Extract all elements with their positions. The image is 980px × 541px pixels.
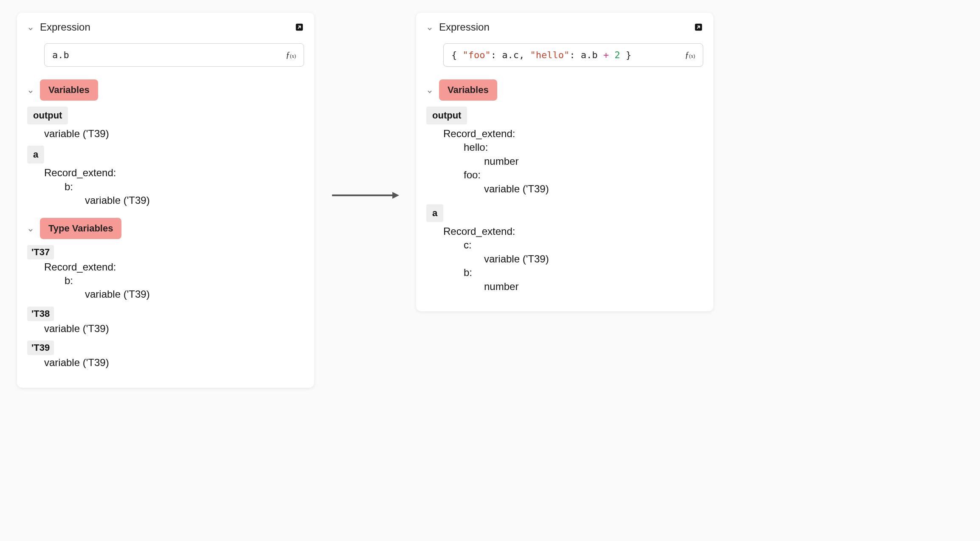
type-variable-name[interactable]: 'T39 <box>27 341 54 355</box>
token-space <box>609 50 614 60</box>
expand-icon[interactable] <box>694 23 703 32</box>
token-colon: : <box>569 50 581 60</box>
variables-section-header: Variables <box>426 79 703 101</box>
token-brace-open: { <box>451 50 463 60</box>
token-brace-close: } <box>620 50 631 60</box>
token-string-foo: "foo" <box>463 50 491 60</box>
type-variable-t38: 'T38 variable ('T39) <box>27 307 304 335</box>
expression-input[interactable]: { "foo": a.c, "hello": a.b + 2 } ƒ(x) <box>443 43 703 67</box>
record-field-c-type: variable ('T39) <box>484 252 703 266</box>
variable-output: output Record_extend: hello: number foo:… <box>426 107 703 196</box>
expression-code: { "foo": a.c, "hello": a.b + 2 } <box>451 50 680 60</box>
variable-name[interactable]: a <box>426 204 443 222</box>
token-comma: , <box>519 50 530 60</box>
record-field-b: b: <box>65 180 304 194</box>
variable-type: variable ('T39) <box>44 322 304 335</box>
chevron-down-icon[interactable] <box>426 24 433 31</box>
chevron-down-icon[interactable] <box>426 87 433 93</box>
record-field-hello: hello: <box>464 141 703 154</box>
record-field-b: b: <box>464 266 703 279</box>
record-field-hello-type: number <box>484 155 703 168</box>
variable-type: variable ('T39) <box>44 356 304 369</box>
record-extend-label: Record_extend: <box>44 166 304 180</box>
token-ident-ab: a.b <box>581 50 603 60</box>
svg-marker-2 <box>392 192 399 199</box>
fx-icon[interactable]: ƒ(x) <box>286 50 296 60</box>
type-variable-t39: 'T39 variable ('T39) <box>27 341 304 369</box>
record-field-b-type: number <box>484 280 703 293</box>
fx-icon[interactable]: ƒ(x) <box>685 50 695 60</box>
token-ident-ac: a.c <box>502 50 519 60</box>
record-extend-label: Record_extend: <box>44 260 304 274</box>
variables-chip[interactable]: Variables <box>40 79 98 101</box>
type-variable-name[interactable]: 'T38 <box>27 307 54 321</box>
type-variable-name[interactable]: 'T37 <box>27 245 54 259</box>
variable-type: variable ('T39) <box>44 127 304 141</box>
variable-name[interactable]: a <box>27 146 44 163</box>
variable-name[interactable]: output <box>27 107 68 124</box>
variable-name[interactable]: output <box>426 107 467 124</box>
token-string-hello: "hello" <box>530 50 569 60</box>
arrow-right-icon <box>331 123 399 268</box>
expression-input[interactable]: a.b ƒ(x) <box>44 43 304 67</box>
type-variables-chip[interactable]: Type Variables <box>40 218 121 239</box>
expression-panel-left: Expression a.b ƒ(x) Variables output var… <box>17 13 314 388</box>
record-field-foo: foo: <box>464 168 703 182</box>
panel-header-left: Expression <box>426 21 490 33</box>
record-extend-label: Record_extend: <box>443 127 703 141</box>
token-number-2: 2 <box>614 50 620 60</box>
record-field-c: c: <box>464 238 703 252</box>
record-field-b: b: <box>65 274 304 287</box>
panel-header: Expression <box>426 21 703 33</box>
expression-code: a.b <box>52 50 281 60</box>
chevron-down-icon[interactable] <box>27 24 34 31</box>
variable-a: a Record_extend: c: variable ('T39) b: n… <box>426 204 703 293</box>
type-variables-section-header: Type Variables <box>27 218 304 239</box>
panel-header: Expression <box>27 21 304 33</box>
record-field-b-type: variable ('T39) <box>85 287 304 301</box>
expand-icon[interactable] <box>295 23 304 32</box>
panel-title: Expression <box>40 21 90 33</box>
expression-panel-right: Expression { "foo": a.c, "hello": a.b + … <box>416 13 713 311</box>
panel-title: Expression <box>439 21 490 33</box>
panel-header-left: Expression <box>27 21 90 33</box>
type-variable-t37: 'T37 Record_extend: b: variable ('T39) <box>27 245 304 301</box>
token-operator-plus: + <box>603 50 609 60</box>
chevron-down-icon[interactable] <box>27 225 34 232</box>
variable-output: output variable ('T39) <box>27 107 304 141</box>
record-field-b-type: variable ('T39) <box>85 194 304 207</box>
token-colon: : <box>491 50 502 60</box>
record-extend-label: Record_extend: <box>443 225 703 238</box>
variable-a: a Record_extend: b: variable ('T39) <box>27 146 304 207</box>
chevron-down-icon[interactable] <box>27 87 34 93</box>
variables-chip[interactable]: Variables <box>439 79 497 101</box>
variables-section-header: Variables <box>27 79 304 101</box>
record-field-foo-type: variable ('T39) <box>484 182 703 196</box>
